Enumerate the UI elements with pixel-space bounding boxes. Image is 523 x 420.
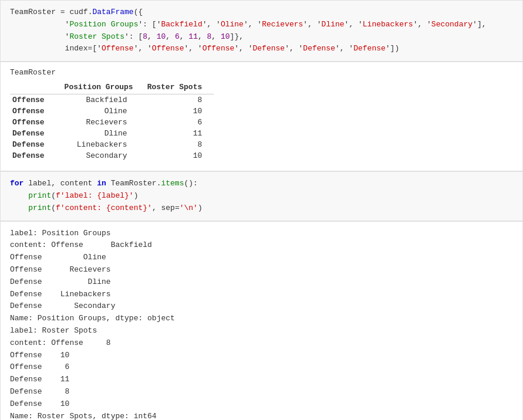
row-position-group: Dline xyxy=(62,128,145,139)
output-block: label: Position Groups content: Offense … xyxy=(0,221,523,420)
row-index: Offense xyxy=(10,94,62,106)
row-index: Defense xyxy=(10,150,62,161)
code-block-forloop: for label, content in TeamRoster.items()… xyxy=(0,171,523,221)
row-position-group: Oline xyxy=(62,106,145,117)
row-position-group: Linebackers xyxy=(62,139,145,150)
col-header-roster-spots: Roster Spots xyxy=(145,82,214,94)
row-roster-spots: 10 xyxy=(145,150,214,161)
row-roster-spots: 8 xyxy=(145,94,214,106)
table-row: Defense Secondary 10 xyxy=(10,150,214,161)
row-roster-spots: 6 xyxy=(145,117,214,128)
dataframe-table-section: TeamRoster Position Groups Roster Spots … xyxy=(0,62,523,171)
table-row: Offense Recievers 6 xyxy=(10,117,214,128)
col-header-position-groups: Position Groups xyxy=(62,82,145,94)
code-teamroster-var: TeamRoster xyxy=(10,8,56,16)
row-index: Defense xyxy=(10,139,62,150)
row-index: Offense xyxy=(10,117,62,128)
row-roster-spots: 8 xyxy=(145,139,214,150)
row-roster-spots: 10 xyxy=(145,106,214,117)
df-variable-label: TeamRoster xyxy=(10,68,513,77)
dataframe-table: Position Groups Roster Spots Offense Bac… xyxy=(10,82,214,161)
table-row: Defense Linebackers 8 xyxy=(10,139,214,150)
table-row: Offense Oline 10 xyxy=(10,106,214,117)
table-row: Defense Dline 11 xyxy=(10,128,214,139)
row-index: Offense xyxy=(10,106,62,117)
table-header-row: Position Groups Roster Spots xyxy=(10,82,214,94)
col-header-index xyxy=(10,82,62,94)
row-position-group: Recievers xyxy=(62,117,145,128)
row-index: Defense xyxy=(10,128,62,139)
row-position-group: Backfield xyxy=(62,94,145,106)
row-position-group: Secondary xyxy=(62,150,145,161)
row-roster-spots: 11 xyxy=(145,128,214,139)
code-block-dataframe: TeamRoster = cudf.DataFrame({ 'Position … xyxy=(0,0,523,62)
table-row: Offense Backfield 8 xyxy=(10,94,214,106)
